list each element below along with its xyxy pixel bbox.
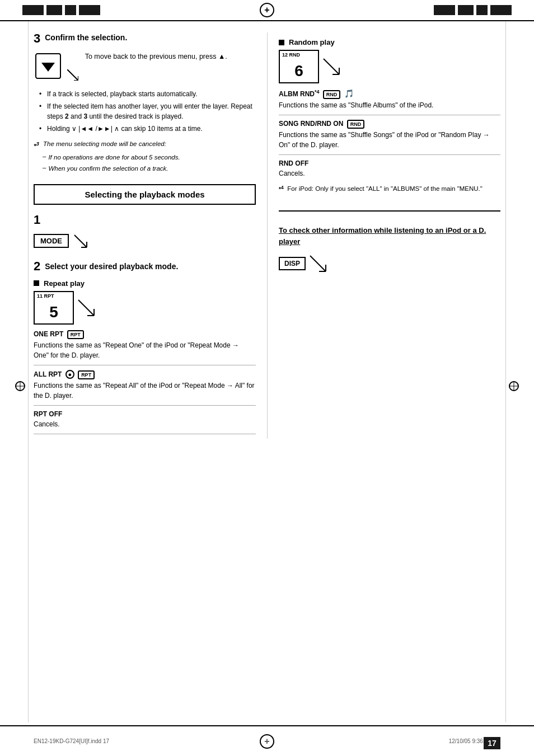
- bar-block-7: [476, 5, 488, 15]
- bar-block-6: [458, 5, 474, 15]
- note-star3: *3 The menu selecting mode will be cance…: [34, 139, 256, 151]
- random-play-label: Random play: [279, 38, 500, 46]
- albm-rnd-music-icon: 🎵: [344, 89, 354, 98]
- note-dash2: – When you confirm the selection of a tr…: [34, 164, 256, 173]
- bar-block-5: [434, 5, 455, 15]
- step3-icon-text: To move back to the previous menu, press…: [34, 51, 256, 82]
- albm-rnd-desc: Functions the same as "Shuffle Albums" o…: [279, 100, 500, 110]
- binding-hole-right: [508, 381, 519, 393]
- step3-title: Confirm the selection.: [45, 32, 127, 43]
- random-panel: 12 RND 6: [279, 50, 500, 83]
- disp-button[interactable]: DISP: [279, 257, 306, 270]
- rpt-off-section: RPT OFF Cancels.: [34, 410, 256, 429]
- svg-line-14: [78, 300, 94, 316]
- main-content: 3 Confirm the selection.: [0, 32, 534, 439]
- dash1: –: [43, 153, 46, 159]
- bar-block-4: [79, 5, 100, 15]
- section-box-title: Selecting the playback modes: [85, 190, 204, 199]
- repeat-panel: 11 RPT 5: [34, 291, 256, 325]
- albm-rnd-section: ALBM RND*4 RND 🎵 Functions the same as "…: [279, 89, 500, 110]
- note-dash2-text: When you confirm the selection of a trac…: [48, 164, 168, 173]
- step3-instruction: To move back to the previous menu, press…: [85, 51, 227, 62]
- note-section: *3 The menu selecting mode will be cance…: [34, 139, 256, 174]
- all-rpt-circle-badge: ●: [65, 370, 74, 379]
- right-margin-line: [505, 21, 506, 722]
- random-panel-digit: 6: [284, 62, 313, 80]
- song-rnd-header: SONG RND/RND ON RND: [279, 120, 500, 129]
- top-bar-left-blocks: [22, 5, 100, 15]
- one-rpt-section: ONE RPT RPT Functions the same as "Repea…: [34, 330, 256, 360]
- note-star4-text: For iPod: Only if you select "ALL" in "A…: [287, 184, 483, 194]
- note-star4: *4 For iPod: Only if you select "ALL" in…: [279, 184, 500, 194]
- note-star3-text1: The menu selecting mode will be canceled…: [43, 139, 166, 149]
- repeat-panel-tag: 11 RPT: [37, 293, 54, 299]
- song-rnd-badge: RND: [347, 120, 365, 129]
- crosshair-bottom: [260, 734, 274, 749]
- bullet-3: Holding ∨ |◄◄ /►►| ∧ can skip 10 items a…: [39, 124, 256, 134]
- one-rpt-badge: RPT: [67, 330, 84, 339]
- divider-3: [34, 434, 256, 434]
- all-rpt-section: ALL RPT ● RPT Functions the same as "Rep…: [34, 370, 256, 401]
- crosshair-top: [260, 3, 274, 17]
- mode-button[interactable]: MODE: [34, 234, 69, 248]
- rnd-off-section: RND OFF Cancels.: [279, 159, 500, 179]
- rnd-off-desc: Cancels.: [279, 168, 500, 179]
- step2-header: 2 Select your desired playback mode.: [34, 260, 256, 273]
- disp-panel: DISP: [279, 252, 500, 275]
- albm-rnd-badge: RND: [323, 90, 341, 99]
- top-bar-center-circle: [260, 3, 274, 17]
- page-number-box: 17: [484, 737, 500, 749]
- bullet-1: If a track is selected, playback starts …: [39, 89, 256, 99]
- divider-4: [279, 115, 500, 115]
- song-rnd-section: SONG RND/RND ON RND Functions the same a…: [279, 120, 500, 150]
- bar-block-8: [490, 5, 512, 15]
- repeat-play-label: Repeat play: [34, 279, 256, 288]
- top-bar-right-blocks: [434, 5, 512, 15]
- step1: 1 MODE: [34, 214, 256, 252]
- divider-5: [279, 154, 500, 155]
- note-star3-label: *3: [34, 140, 41, 151]
- random-play-text: Random play: [289, 38, 335, 46]
- left-column: 3 Confirm the selection.: [34, 32, 267, 439]
- bar-block-3: [65, 5, 76, 15]
- svg-line-8: [67, 69, 78, 81]
- repeat-panel-digit: 5: [39, 303, 68, 321]
- dash2: –: [43, 164, 46, 171]
- albm-rnd-header: ALBM RND*4 RND 🎵: [279, 89, 500, 99]
- bar-block-2: [46, 5, 62, 15]
- right-column: Random play 12 RND 6: [267, 32, 500, 439]
- rpt-off-desc: Cancels.: [34, 419, 256, 429]
- song-rnd-desc: Functions the same as "Shuffle Songs" of…: [279, 130, 500, 150]
- top-bar: [0, 0, 534, 21]
- all-rpt-badge: RPT: [78, 370, 95, 379]
- bullet-2: If the selected item has another layer, …: [39, 101, 256, 121]
- black-square-random: [279, 40, 284, 45]
- svg-line-11: [74, 235, 87, 247]
- one-rpt-header: ONE RPT RPT: [34, 330, 256, 339]
- note-star4-label: *4: [279, 185, 285, 192]
- svg-line-20: [310, 256, 326, 271]
- step3-bullets: If a track is selected, playback starts …: [39, 89, 256, 134]
- mode-button-container: MODE: [34, 229, 256, 252]
- step2-title: Select your desired playback mode.: [45, 262, 178, 271]
- note-dash1-text: If no operations are done for about 5 se…: [48, 153, 180, 162]
- step3-number: 3: [34, 32, 40, 45]
- section-box: Selecting the playback modes: [34, 184, 256, 205]
- random-panel-tag: 12 RND: [282, 52, 300, 58]
- down-arrow-icon: [34, 51, 78, 82]
- note-dash1: – If no operations are done for about 5 …: [34, 153, 256, 162]
- divider-2: [34, 405, 256, 406]
- repeat-panel-box: 11 RPT 5: [34, 291, 74, 325]
- all-rpt-header: ALL RPT ● RPT: [34, 370, 256, 379]
- random-play-section: Random play 12 RND 6: [279, 38, 500, 194]
- bottom-crosshair: [260, 734, 274, 749]
- bottom-file: EN12-19KD-G724[UI]f.indd 17: [34, 738, 449, 744]
- step3-header: 3 Confirm the selection.: [34, 32, 256, 45]
- bottom-bar: EN12-19KD-G724[UI]f.indd 17 12/10/05 9:3…: [0, 725, 534, 756]
- left-margin-line: [28, 21, 29, 722]
- check-info-heading: To check other information while listeni…: [279, 225, 500, 247]
- check-info-section: To check other information while listeni…: [279, 210, 500, 275]
- random-panel-box: 12 RND 6: [279, 50, 319, 83]
- repeat-play-text: Repeat play: [44, 279, 85, 288]
- divider-1: [34, 365, 256, 365]
